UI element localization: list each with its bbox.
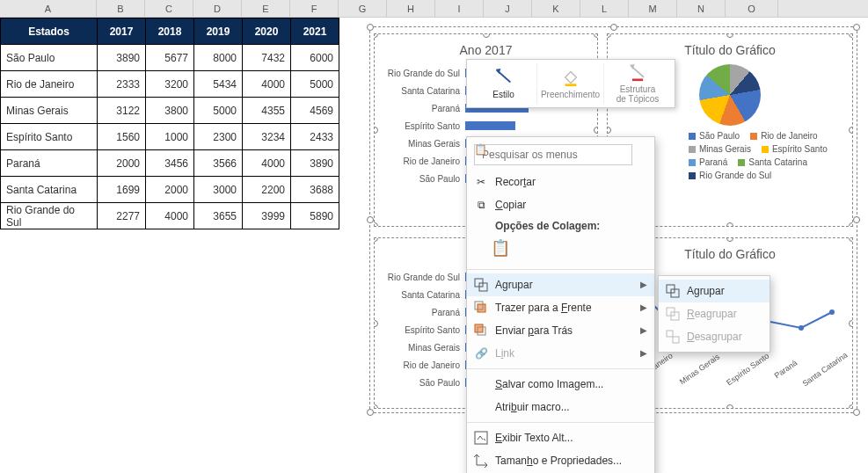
cell[interactable]: Santa Catarina — [1, 177, 98, 203]
col-header[interactable]: K — [532, 0, 580, 18]
cell[interactable]: 5890 — [291, 203, 339, 229]
cell[interactable]: 2277 — [98, 203, 146, 229]
menu-save-image[interactable]: Salvar como Imagem... — [467, 373, 654, 396]
chevron-right-icon: ▶ — [640, 296, 647, 319]
col-header[interactable]: O — [726, 0, 778, 18]
cell[interactable]: Minas Gerais — [1, 98, 98, 124]
clipboard-icon: 📋 — [493, 241, 507, 255]
cell[interactable]: 3234 — [243, 124, 291, 150]
style-button[interactable]: Estilo — [470, 63, 537, 104]
cell[interactable]: 5000 — [194, 98, 243, 124]
cell[interactable]: 3655 — [194, 203, 243, 229]
cell[interactable]: 3688 — [291, 177, 339, 203]
col-header[interactable]: H — [387, 0, 435, 18]
cell[interactable]: 2000 — [146, 177, 194, 203]
chevron-right-icon: ▶ — [640, 342, 647, 365]
submenu-group[interactable]: Agrupar — [659, 280, 770, 302]
cell[interactable]: 4355 — [243, 98, 291, 124]
outline-button[interactable]: Estruturade Tópicos — [604, 63, 671, 104]
cell[interactable]: 3200 — [146, 71, 194, 98]
table-row: Espírito Santo15601000230032342433 — [1, 124, 339, 150]
cell[interactable]: Rio de Janeiro — [1, 71, 98, 98]
header-cell[interactable]: 2018 — [146, 18, 194, 45]
cell[interactable]: 2200 — [243, 177, 291, 203]
ungroup-icon — [666, 330, 680, 344]
col-header[interactable]: A — [0, 0, 97, 18]
cell[interactable]: 2300 — [194, 124, 243, 150]
col-header[interactable]: M — [629, 0, 677, 18]
cell[interactable]: 1000 — [146, 124, 194, 150]
chevron-right-icon: ▶ — [640, 273, 647, 296]
col-header[interactable]: D — [193, 0, 242, 18]
table-row: Paraná20003456356640003890 — [1, 150, 339, 177]
col-header[interactable]: F — [290, 0, 339, 18]
cell[interactable]: 3890 — [291, 150, 339, 177]
cell[interactable]: 3000 — [194, 177, 243, 203]
menu-group[interactable]: Agrupar ▶ — [467, 273, 654, 296]
cell[interactable]: 5434 — [194, 71, 243, 98]
cell[interactable]: 3122 — [98, 98, 146, 124]
cell[interactable]: 7432 — [243, 45, 291, 71]
header-cell[interactable]: 2019 — [194, 18, 243, 45]
cell[interactable]: 3999 — [243, 203, 291, 229]
cell[interactable]: 3890 — [98, 45, 146, 71]
header-cell[interactable]: 2020 — [243, 18, 291, 45]
cell[interactable]: 5000 — [291, 71, 339, 98]
cell[interactable]: 6000 — [291, 45, 339, 71]
bar-label: Paraná — [382, 104, 465, 113]
search-menu[interactable] — [474, 144, 647, 165]
svg-rect-20 — [667, 331, 673, 337]
menu-send-back[interactable]: Enviar para Trás ▶ — [467, 319, 654, 342]
col-header[interactable]: L — [580, 0, 629, 18]
menu-bring-front[interactable]: Trazer para a Frente ▶ — [467, 296, 654, 319]
cell[interactable]: 8000 — [194, 45, 243, 71]
col-header[interactable]: N — [677, 0, 726, 18]
svg-point-5 — [799, 325, 804, 331]
data-table: Estados 2017 2018 2019 2020 2021 São Pau… — [0, 18, 339, 229]
cell[interactable]: 4000 — [146, 203, 194, 229]
cell[interactable]: 2000 — [98, 150, 146, 177]
menu-paste-button[interactable]: 📋 — [467, 236, 654, 266]
table-row: Rio Grande do Sul22774000365539995890 — [1, 203, 339, 229]
cell[interactable]: 3456 — [146, 150, 194, 177]
header-cell[interactable]: Estados — [1, 18, 98, 45]
menu-alt-text[interactable]: Exibir Texto Alt... — [467, 426, 654, 449]
menu-cut[interactable]: ✂ Recortar — [467, 171, 654, 193]
menu-label: Tamanho e Propriedades... — [495, 455, 622, 467]
cell[interactable]: Rio Grande do Sul — [1, 203, 98, 229]
cell[interactable]: 3566 — [194, 150, 243, 177]
cell[interactable]: 2433 — [291, 124, 339, 150]
cell[interactable]: São Paulo — [1, 45, 98, 71]
cell[interactable]: 4000 — [243, 150, 291, 177]
column-headers: A B C D E F G H I J K L M N O — [0, 0, 868, 18]
col-header[interactable]: I — [435, 0, 484, 18]
cell[interactable]: 2333 — [98, 71, 146, 98]
search-input[interactable] — [474, 144, 632, 165]
col-header[interactable]: C — [145, 0, 193, 18]
fill-button[interactable]: Preenchimento — [537, 63, 604, 104]
cell[interactable]: 3800 — [146, 98, 194, 124]
cell[interactable]: Espírito Santo — [1, 124, 98, 150]
paste-icon: 📋 — [474, 140, 487, 159]
btn-label: Preenchimento — [541, 90, 600, 99]
cell[interactable]: 4000 — [243, 71, 291, 98]
menu-copy[interactable]: ⧉ Copiar — [467, 193, 654, 216]
menu-label: Agrupar — [687, 285, 725, 297]
menu-assign-macro[interactable]: Atribuir macro... — [467, 396, 654, 418]
bar-label: São Paulo — [382, 378, 465, 388]
cell[interactable]: 1699 — [98, 177, 146, 203]
cell[interactable]: 1560 — [98, 124, 146, 150]
col-header[interactable]: G — [339, 0, 387, 18]
col-header[interactable]: E — [242, 0, 290, 18]
cell[interactable]: 5677 — [146, 45, 194, 71]
menu-size-props[interactable]: Tamanho e Propriedades... — [467, 449, 654, 472]
header-cell[interactable]: 2017 — [98, 18, 146, 45]
col-header[interactable]: B — [97, 0, 145, 18]
paint-bucket-icon — [561, 68, 580, 87]
header-cell[interactable]: 2021 — [291, 18, 339, 45]
menu-paste-options-label: 📋 Opções de Colagem: — [467, 216, 654, 236]
cell[interactable]: 4569 — [291, 98, 339, 124]
col-header[interactable]: J — [484, 0, 532, 18]
cell[interactable]: Paraná — [1, 150, 98, 177]
bar-label: Espírito Santo — [382, 325, 465, 335]
